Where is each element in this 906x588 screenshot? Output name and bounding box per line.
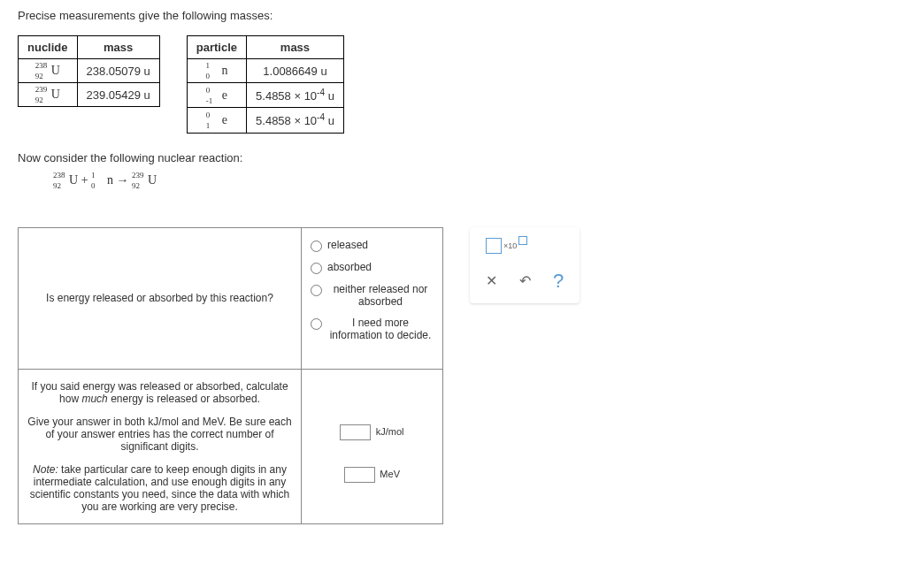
unit-mev: MeV bbox=[380, 469, 400, 479]
toolbar: ×10 ✕ ↶ ? bbox=[470, 227, 580, 303]
particle-table: particle mass 1 0 n 1.0086649 u 0 -1 e bbox=[187, 35, 344, 134]
mass-cell: 239.05429 u bbox=[77, 83, 159, 107]
mass-cell: 5.4858 × 10-4 u bbox=[247, 83, 344, 108]
main-row: Is energy released or absorbed by this r… bbox=[18, 210, 888, 524]
close-icon[interactable]: ✕ bbox=[486, 272, 497, 289]
table-row: 1 0 n 1.0086649 u bbox=[187, 59, 343, 83]
help-icon[interactable]: ? bbox=[553, 270, 564, 293]
table-row: 0 -1 e 5.4858 × 10-4 u bbox=[187, 83, 343, 108]
radio-absorbed[interactable]: absorbed bbox=[311, 261, 434, 274]
nuclear-reaction: 238 92 U + 1 0 n → 239 92 U bbox=[53, 173, 888, 187]
consider-label: Now consider the following nuclear react… bbox=[18, 151, 888, 164]
radio-input[interactable] bbox=[311, 285, 322, 296]
nuclide-header: nuclide bbox=[19, 36, 78, 59]
table-row: 0 1 e 5.4858 × 10-4 u bbox=[187, 108, 343, 133]
particle: 1 0 n bbox=[205, 64, 227, 78]
tables-row: nuclide mass 238 92 U 238.05079 u 239 92… bbox=[18, 35, 888, 134]
particle-header: particle bbox=[187, 36, 246, 59]
unit-kjmol: kJ/mol bbox=[376, 426, 404, 437]
radio-input[interactable] bbox=[311, 318, 322, 330]
radio-label: released bbox=[327, 239, 368, 251]
radio-input[interactable] bbox=[311, 241, 322, 252]
question-table: Is energy released or absorbed by this r… bbox=[18, 227, 443, 524]
radio-label: absorbed bbox=[327, 261, 372, 273]
table-row: 238 92 U 238.05079 u bbox=[19, 59, 160, 83]
answer-input-kjmol[interactable] bbox=[340, 424, 371, 440]
particle: 0 1 e bbox=[206, 113, 227, 127]
mass-cell: 5.4858 × 10-4 u bbox=[247, 108, 344, 133]
isotope: 239 92 U bbox=[35, 88, 60, 102]
mass-cell: 1.0086649 u bbox=[247, 59, 344, 83]
question-2-text: If you said energy was released or absor… bbox=[19, 369, 302, 523]
table-row: 239 92 U 239.05429 u bbox=[19, 83, 160, 107]
radio-neither[interactable]: neither released nor absorbed bbox=[311, 283, 434, 308]
radio-released[interactable]: released bbox=[311, 239, 434, 252]
mass-cell: 238.05079 u bbox=[77, 59, 159, 83]
mass-header: mass bbox=[247, 36, 344, 59]
nuclide-table: nuclide mass 238 92 U 238.05079 u 239 92… bbox=[18, 35, 160, 107]
radio-input[interactable] bbox=[311, 263, 322, 274]
question-1-text: Is energy released or absorbed by this r… bbox=[19, 227, 302, 369]
radio-group: released absorbed neither released nor a… bbox=[311, 239, 434, 341]
particle: 0 -1 e bbox=[206, 88, 227, 103]
radio-label: I need more information to decide. bbox=[327, 317, 434, 341]
undo-icon[interactable]: ↶ bbox=[519, 272, 531, 289]
radio-label: neither released nor absorbed bbox=[327, 283, 434, 308]
radio-more-info[interactable]: I need more information to decide. bbox=[311, 317, 434, 341]
scientific-notation-button[interactable]: ×10 bbox=[486, 238, 564, 254]
mass-header: mass bbox=[77, 36, 159, 59]
intro-text: Precise measurements give the following … bbox=[18, 9, 888, 22]
isotope: 238 92 U bbox=[35, 64, 60, 78]
answer-input-mev[interactable] bbox=[344, 467, 375, 483]
